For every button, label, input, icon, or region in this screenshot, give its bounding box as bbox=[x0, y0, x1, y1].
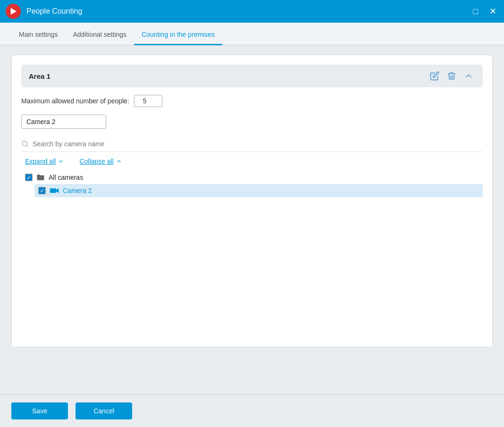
minimize-button[interactable]: □ bbox=[471, 5, 480, 17]
camera-icon bbox=[50, 187, 59, 194]
area-title: Area 1 bbox=[29, 72, 50, 80]
camera2-checkbox[interactable]: ✓ bbox=[38, 187, 46, 194]
delete-icon bbox=[447, 71, 456, 81]
content-card: Area 1 bbox=[11, 55, 493, 347]
collapse-all-button[interactable]: Collapse all bbox=[79, 158, 122, 165]
app-title: People Counting bbox=[26, 7, 471, 16]
svg-point-1 bbox=[22, 141, 27, 146]
close-button[interactable]: ✕ bbox=[487, 5, 498, 17]
chevron-down-icon bbox=[58, 158, 64, 165]
expand-collapse-row: Expand all Collapse all bbox=[21, 158, 483, 165]
svg-marker-0 bbox=[11, 8, 17, 15]
all-cameras-label: All cameras bbox=[49, 174, 83, 181]
tab-counting-premises[interactable]: Counting in the premises bbox=[134, 25, 222, 45]
max-people-label: Maximum allowed number of people: bbox=[21, 97, 129, 105]
tab-bar: Main settings Additional settings Counti… bbox=[0, 23, 504, 45]
camera-search-input[interactable] bbox=[33, 140, 483, 148]
tree-row-all-cameras[interactable]: ✓ All cameras bbox=[21, 171, 483, 184]
camera-tag: Camera 2 bbox=[21, 115, 106, 129]
collapse-area-button[interactable] bbox=[462, 69, 475, 83]
camera-tag-label: Camera 2 bbox=[26, 118, 55, 126]
expand-all-button[interactable]: Expand all bbox=[25, 158, 64, 165]
svg-line-2 bbox=[26, 145, 28, 147]
all-cameras-checkbox[interactable]: ✓ bbox=[25, 174, 33, 181]
save-button[interactable]: Save bbox=[11, 402, 68, 419]
delete-area-button[interactable] bbox=[445, 69, 458, 83]
edit-area-button[interactable] bbox=[428, 69, 441, 83]
logo-icon bbox=[9, 7, 17, 16]
cancel-button[interactable]: Cancel bbox=[76, 402, 132, 419]
chevron-up-icon bbox=[464, 71, 473, 81]
edit-icon bbox=[430, 71, 439, 81]
max-people-input[interactable] bbox=[134, 95, 162, 107]
search-icon bbox=[21, 140, 29, 148]
tree-row-camera2[interactable]: ✓ Camera 2 bbox=[34, 184, 483, 197]
search-row bbox=[21, 136, 483, 152]
chevron-up-small-icon bbox=[116, 158, 122, 165]
svg-marker-4 bbox=[56, 188, 59, 193]
area-actions bbox=[428, 69, 475, 83]
title-bar: People Counting □ ✕ bbox=[0, 0, 504, 23]
svg-rect-3 bbox=[50, 188, 56, 193]
main-content: Area 1 bbox=[0, 45, 504, 394]
area-header: Area 1 bbox=[21, 65, 483, 87]
app-logo bbox=[6, 4, 21, 19]
window-controls: □ ✕ bbox=[471, 5, 498, 17]
tab-additional-settings[interactable]: Additional settings bbox=[65, 25, 134, 45]
footer: Save Cancel bbox=[0, 394, 504, 427]
camera2-label: Camera 2 bbox=[63, 187, 92, 194]
tab-main-settings[interactable]: Main settings bbox=[11, 25, 65, 45]
max-people-row: Maximum allowed number of people: bbox=[21, 95, 483, 107]
folder-icon bbox=[36, 174, 45, 181]
